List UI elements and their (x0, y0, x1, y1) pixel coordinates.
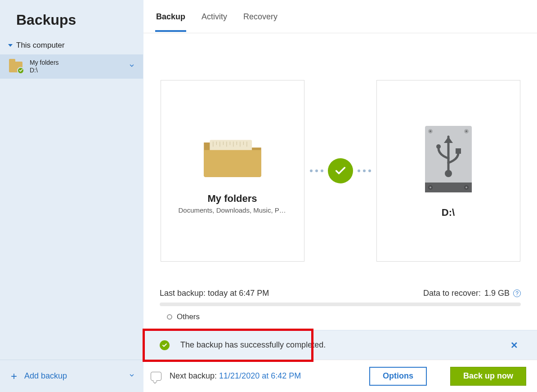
progress-bar (160, 303, 521, 306)
content-area: My folders Documents, Downloads, Music, … (143, 33, 537, 330)
sidebar-title: Backups (0, 0, 143, 39)
success-check-icon (328, 158, 353, 183)
svg-point-23 (430, 187, 431, 188)
svg-point-20 (445, 170, 452, 177)
last-backup-label: Last backup: (160, 289, 206, 298)
connector (304, 158, 376, 183)
sidebar-section-label: This computer (16, 41, 65, 50)
comment-icon[interactable] (151, 372, 161, 381)
backup-list-item[interactable]: My folders D:\ (0, 54, 143, 79)
backup-now-button[interactable]: Back up now (450, 367, 526, 386)
svg-point-16 (465, 130, 467, 132)
success-badge-icon (17, 67, 24, 74)
others-label: Others (177, 312, 200, 321)
tab-backup[interactable]: Backup (155, 1, 186, 31)
svg-rect-19 (456, 148, 461, 154)
last-backup-value: today at 6:47 PM (208, 289, 269, 298)
svg-point-18 (436, 144, 441, 149)
backup-pair: My folders Documents, Downloads, Music, … (160, 80, 521, 262)
stats-row: Last backup: today at 6:47 PM Data to re… (160, 289, 521, 298)
folder-large-icon (199, 128, 266, 182)
svg-point-25 (465, 187, 467, 188)
destination-title: D:\ (442, 207, 455, 218)
chevron-down-icon[interactable] (129, 62, 135, 71)
backup-item-dest: D:\ (30, 67, 59, 74)
help-icon[interactable]: ? (513, 290, 521, 297)
next-backup: Next backup: 11/21/2020 at 6:42 PM (170, 371, 301, 381)
footer-bar: Next backup: 11/21/2020 at 6:42 PM Optio… (143, 360, 537, 392)
svg-point-14 (430, 130, 431, 132)
success-check-icon (160, 340, 170, 350)
tab-bar: Backup Activity Recovery (143, 0, 537, 33)
others-row[interactable]: Others (160, 312, 521, 321)
tab-activity[interactable]: Activity (201, 1, 228, 31)
data-recover-value: 1.9 GB (484, 289, 510, 298)
sidebar-section-this-computer[interactable]: This computer (0, 39, 143, 54)
add-backup-button[interactable]: + Add backup (0, 360, 143, 392)
data-recover-label: Data to recover: (423, 289, 481, 298)
next-backup-label: Next backup: (170, 371, 217, 380)
options-button[interactable]: Options (369, 367, 427, 386)
usb-drive-icon (421, 123, 475, 195)
sidebar: Backups This computer My folders D:\ + A… (0, 0, 143, 392)
source-card[interactable]: My folders Documents, Downloads, Music, … (161, 80, 304, 262)
add-backup-label: Add backup (24, 371, 67, 381)
source-subtitle: Documents, Downloads, Music, Pi... (179, 206, 286, 214)
destination-card[interactable]: D:\ (376, 80, 520, 262)
next-backup-value: 11/21/2020 at 6:42 PM (219, 371, 301, 380)
folder-icon (9, 60, 24, 73)
plus-icon: + (8, 370, 20, 383)
source-title: My folders (207, 193, 257, 205)
backup-item-name: My folders (30, 59, 59, 67)
main-panel: Backup Activity Recovery (143, 0, 537, 392)
banner-text: The backup has successfully completed. (180, 340, 326, 350)
others-marker-icon (167, 314, 172, 320)
chevron-down-icon[interactable] (129, 372, 135, 380)
collapse-triangle-icon (8, 44, 13, 47)
tab-recovery[interactable]: Recovery (242, 1, 278, 31)
status-banner: The backup has successfully completed. ✕ (143, 330, 537, 360)
close-icon[interactable]: ✕ (508, 337, 521, 353)
